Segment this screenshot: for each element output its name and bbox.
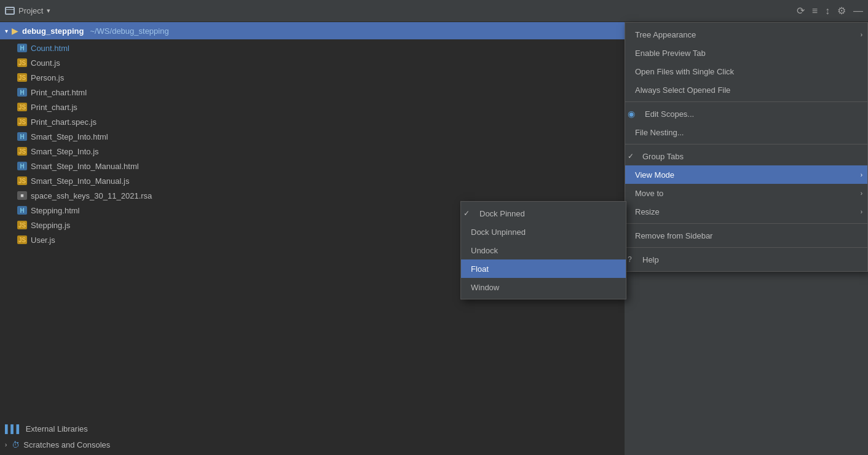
sync-icon[interactable]: ⟳	[797, 5, 805, 17]
list-item[interactable]: JS Smart_Step_Into.js	[0, 144, 625, 159]
file-name: Smart_Step_Into_Manual.html	[31, 162, 139, 171]
arrow-icon: ›	[861, 190, 862, 197]
menu-item-help[interactable]: ? Help	[625, 250, 867, 269]
tree-appearance-label: Tree Appearance	[635, 30, 858, 39]
chevron-right-icon: ›	[5, 441, 7, 448]
file-nesting-label: File Nesting...	[635, 128, 858, 137]
external-libraries-item[interactable]: ▌▌▌ External Libraries	[0, 421, 625, 437]
menu-item-enable-preview[interactable]: Enable Preview Tab	[625, 44, 867, 62]
list-item[interactable]: JS Print_chart.js	[0, 100, 625, 114]
view-mode-label: View Mode	[635, 170, 858, 180]
remove-sidebar-label: Remove from Sidebar	[635, 231, 858, 240]
menu-item-edit-scopes[interactable]: ◉ Edit Scopes...	[625, 105, 867, 123]
header-title: Project ▾	[5, 6, 50, 15]
file-name: Stepping.html	[31, 206, 80, 215]
clock-icon: ⏱	[12, 440, 20, 449]
scratches-label: Scratches and Consoles	[23, 440, 110, 449]
separator-4	[625, 247, 867, 248]
help-label: Help	[635, 255, 858, 264]
bar-chart-icon: ▌▌▌	[5, 424, 22, 433]
submenu-item-window[interactable]: Window	[461, 278, 626, 296]
file-name: Print_chart.js	[31, 103, 77, 112]
js-icon: JS	[17, 235, 27, 244]
chevron-down-icon: ▾	[5, 28, 8, 34]
arrow-icon: ›	[861, 208, 862, 215]
radio-icon: ◉	[628, 109, 635, 119]
submenu-item-dock-unpinned[interactable]: Dock Unpinned	[461, 223, 626, 241]
submenu-item-dock-pinned[interactable]: ✓ Dock Pinned	[461, 204, 626, 223]
html-icon: H	[17, 206, 27, 215]
folder-icon: ▶	[12, 26, 18, 36]
file-name: User.js	[31, 235, 55, 245]
scratches-consoles-item[interactable]: › ⏱ Scratches and Consoles	[0, 437, 625, 453]
html-icon: H	[17, 44, 27, 52]
menu-item-group-tabs[interactable]: ✓ Group Tabs	[625, 147, 867, 165]
file-name: Print_chart.html	[31, 88, 87, 97]
file-name: space_ssh_keys_30_11_2021.rsa	[31, 191, 152, 200]
js-icon: JS	[17, 58, 27, 67]
edit-scopes-label: Edit Scopes...	[635, 109, 858, 119]
header-icons: ⟳ ≡ ↕ ⚙ —	[797, 5, 863, 17]
menu-item-move-to[interactable]: Move to ›	[625, 184, 867, 202]
menu-item-open-single-click[interactable]: Open Files with Single Click	[625, 62, 867, 81]
minimize-icon[interactable]: —	[853, 6, 863, 17]
gear-icon[interactable]: ⚙	[837, 5, 846, 17]
js-icon: JS	[17, 176, 27, 185]
js-icon: JS	[17, 103, 27, 111]
expand-icon[interactable]: ↕	[825, 6, 830, 17]
list-item[interactable]: JS Count.js	[0, 55, 625, 70]
list-item[interactable]: JS Print_chart.spec.js	[0, 114, 625, 129]
undock-label: Undock	[471, 246, 498, 255]
file-name: Count.js	[31, 58, 60, 68]
file-name: Smart_Step_Into.html	[31, 132, 108, 141]
header-bar: Project ▾ ⟳ ≡ ↕ ⚙ —	[0, 0, 868, 22]
list-item[interactable]: H Smart_Step_Into.html	[0, 129, 625, 144]
js-icon: JS	[17, 147, 27, 156]
list-item[interactable]: H Count.html	[0, 41, 625, 55]
always-select-label: Always Select Opened File	[635, 85, 858, 95]
menu-item-file-nesting[interactable]: File Nesting...	[625, 123, 867, 141]
list-item[interactable]: H Print_chart.html	[0, 85, 625, 100]
list-item[interactable]: H Smart_Step_Into_Manual.html	[0, 159, 625, 173]
separator-2	[625, 144, 867, 144]
checkmark-icon: ✓	[628, 152, 634, 160]
folder-name: debug_stepping	[22, 26, 84, 36]
root-folder-row[interactable]: ▾ ▶ debug_stepping ~/WS/debug_stepping	[0, 22, 625, 39]
window-label: Window	[471, 283, 499, 292]
dropdown-icon[interactable]: ▾	[47, 7, 50, 15]
open-single-click-label: Open Files with Single Click	[635, 67, 858, 76]
menu-item-tree-appearance[interactable]: Tree Appearance ›	[625, 25, 867, 44]
arrow-icon: ›	[861, 172, 862, 178]
resize-label: Resize	[635, 207, 858, 216]
list-item[interactable]: JS Person.js	[0, 70, 625, 85]
question-icon: ?	[628, 255, 632, 264]
submenu-item-undock[interactable]: Undock	[461, 241, 626, 259]
menu-item-resize[interactable]: Resize ›	[625, 202, 867, 221]
footer-items: ▌▌▌ External Libraries › ⏱ Scratches and…	[0, 418, 625, 455]
menu-item-always-select[interactable]: Always Select Opened File	[625, 81, 867, 99]
move-to-label: Move to	[635, 189, 858, 198]
dock-pinned-label: Dock Pinned	[471, 209, 525, 218]
float-label: Float	[471, 264, 489, 274]
file-name: Print_chart.spec.js	[31, 117, 97, 127]
external-libraries-label: External Libraries	[26, 424, 88, 433]
submenu-item-float[interactable]: Float	[461, 259, 626, 278]
project-label: Project	[18, 6, 43, 15]
js-icon: JS	[17, 221, 27, 229]
rsa-icon: ■	[17, 191, 27, 200]
separator-3	[625, 223, 867, 224]
main-context-menu: Tree Appearance › Enable Preview Tab Ope…	[625, 22, 868, 272]
checkmark-icon: ✓	[464, 209, 470, 218]
group-tabs-label: Group Tabs	[635, 152, 858, 161]
menu-item-view-mode[interactable]: View Mode ›	[625, 165, 867, 184]
menu-item-remove-sidebar[interactable]: Remove from Sidebar	[625, 226, 867, 245]
file-name: Person.js	[31, 73, 64, 82]
list-item[interactable]: JS Smart_Step_Into_Manual.js	[0, 173, 625, 188]
dock-unpinned-label: Dock Unpinned	[471, 228, 526, 237]
file-name: Smart_Step_Into_Manual.js	[31, 176, 129, 186]
enable-preview-label: Enable Preview Tab	[635, 49, 858, 58]
separator-1	[625, 101, 867, 102]
collapse-icon[interactable]: ≡	[812, 6, 818, 17]
js-icon: JS	[17, 73, 27, 82]
folder-path: ~/WS/debug_stepping	[90, 26, 168, 36]
